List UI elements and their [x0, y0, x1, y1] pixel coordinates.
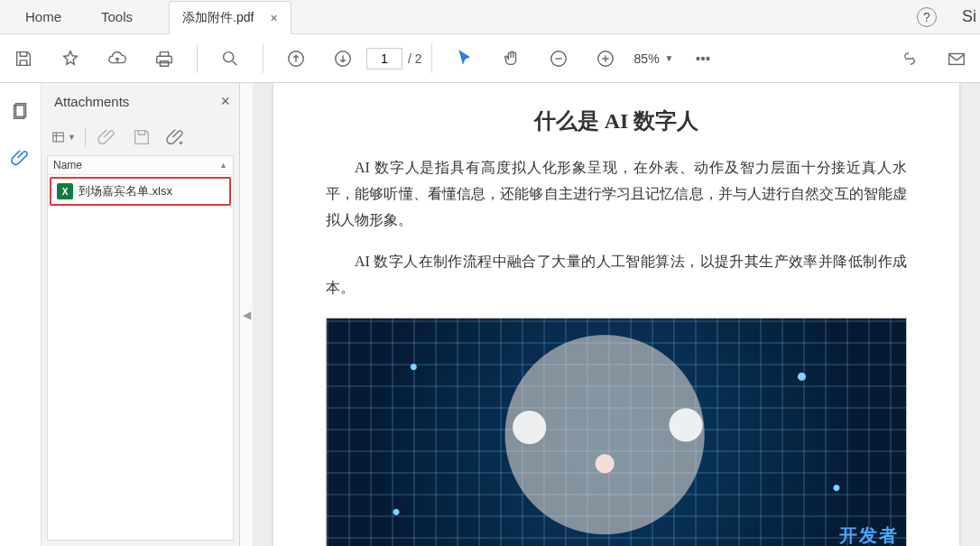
attachments-panel-header: Attachments × — [42, 83, 239, 119]
close-tab-button[interactable]: × — [270, 11, 277, 25]
document-paragraph: AI 数字人是指具有高度拟人化形象呈现，在外表、动作及智力层面十分接近真人水平，… — [326, 155, 907, 233]
column-name-label: Name — [53, 159, 82, 171]
save-icon[interactable] — [5, 41, 42, 77]
svg-point-7 — [707, 57, 709, 60]
sort-ascending-icon: ▲ — [219, 161, 227, 170]
share-link-icon[interactable] — [892, 41, 928, 77]
menu-tools[interactable]: Tools — [81, 0, 153, 33]
zoom-in-icon[interactable] — [587, 41, 624, 77]
toolbar-divider — [263, 44, 263, 73]
toolbar-divider — [85, 127, 86, 147]
attachment-options-icon[interactable]: ▼ — [51, 125, 76, 150]
excel-file-icon: X — [57, 183, 73, 199]
attachment-filename: 到场嘉宾名单.xlsx — [79, 183, 172, 199]
svg-point-6 — [701, 57, 704, 60]
print-icon[interactable] — [146, 41, 182, 77]
thumbnails-panel-icon[interactable] — [9, 99, 32, 123]
page-up-icon[interactable] — [278, 41, 314, 77]
left-nav-rail — [0, 83, 42, 546]
collapse-panel-handle[interactable]: ◀ — [240, 83, 253, 546]
document-tab-title: 添加附件.pdf — [182, 10, 254, 26]
pdf-page: 什么是 AI 数字人 AI 数字人是指具有高度拟人化形象呈现，在外表、动作及智力… — [273, 83, 959, 546]
zoom-out-icon[interactable] — [541, 41, 577, 77]
toolbar-divider — [431, 44, 432, 73]
chevron-down-icon: ▼ — [665, 53, 674, 63]
help-icon[interactable]: ? — [917, 7, 937, 27]
selection-tool-icon[interactable] — [447, 41, 483, 77]
main-area: Attachments × ▼ Name ▲ — [0, 83, 980, 546]
attachments-panel: Attachments × ▼ Name ▲ — [42, 83, 240, 546]
attachment-item[interactable]: X 到场嘉宾名单.xlsx — [51, 179, 229, 204]
email-icon[interactable] — [938, 41, 975, 77]
svg-rect-8 — [949, 53, 965, 64]
svg-point-5 — [697, 57, 699, 60]
hand-tool-icon[interactable] — [494, 41, 530, 77]
svg-rect-11 — [53, 133, 63, 142]
more-tools-icon[interactable] — [685, 41, 721, 77]
page-number-input[interactable] — [366, 48, 402, 69]
image-watermark: 开发者 DevZe.CoM — [822, 526, 899, 546]
open-attachment-icon[interactable] — [95, 125, 120, 150]
page-down-icon[interactable] — [325, 41, 361, 77]
svg-point-0 — [224, 51, 234, 61]
sign-in-link[interactable]: Si — [953, 7, 980, 26]
page-viewport[interactable]: 什么是 AI 数字人 AI 数字人是指具有高度拟人化形象呈现，在外表、动作及智力… — [253, 83, 980, 546]
document-paragraph: AI 数字人在制作流程中融合了大量的人工智能算法，以提升其生产效率并降低制作成本… — [326, 249, 907, 301]
watermark-line1: 开发者 — [822, 526, 899, 544]
attachments-list: Name ▲ X 到场嘉宾名单.xlsx — [47, 155, 234, 541]
attachments-toolbar: ▼ — [42, 119, 239, 155]
find-icon[interactable] — [212, 41, 248, 77]
toolbar: / 2 85% ▼ — [0, 34, 980, 83]
zoom-level-dropdown[interactable]: 85% ▼ — [629, 50, 680, 68]
cloud-upload-icon[interactable] — [99, 41, 135, 77]
attachments-panel-title: Attachments — [54, 94, 129, 109]
star-icon[interactable] — [52, 41, 88, 77]
add-attachment-icon[interactable] — [163, 125, 189, 150]
menu-home[interactable]: Home — [5, 0, 81, 33]
app-menu-bar: Home Tools 添加附件.pdf × ? Si — [0, 0, 980, 34]
document-heading: 什么是 AI 数字人 — [326, 106, 907, 135]
close-panel-button[interactable]: × — [220, 92, 230, 111]
save-attachment-icon[interactable] — [129, 125, 154, 150]
document-tab[interactable]: 添加附件.pdf × — [169, 1, 291, 34]
attachments-column-header[interactable]: Name ▲ — [48, 155, 233, 175]
toolbar-divider — [197, 44, 198, 73]
page-total-label: / 2 — [408, 51, 422, 66]
attachment-item-highlight: X 到场嘉宾名单.xlsx — [50, 177, 231, 206]
document-image: 开发者 DevZe.CoM — [326, 318, 907, 546]
attachments-panel-icon[interactable] — [9, 146, 32, 170]
zoom-value: 85% — [634, 51, 660, 66]
